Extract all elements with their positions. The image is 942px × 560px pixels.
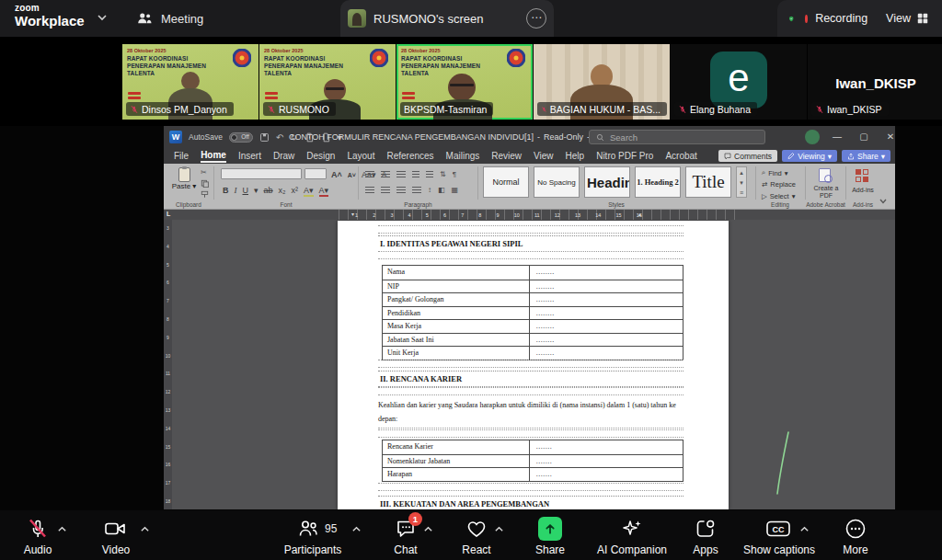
- grid-view-icon: [916, 12, 929, 25]
- chat-options-chevron-icon[interactable]: [423, 524, 433, 534]
- view-label: View: [886, 12, 911, 25]
- recording-label[interactable]: Recording: [815, 12, 867, 25]
- government-crest-icon: [507, 49, 525, 67]
- tab-mailings[interactable]: Mailings: [446, 151, 480, 161]
- save-icon[interactable]: [259, 132, 270, 143]
- search-input[interactable]: Search: [589, 130, 765, 144]
- comments-button[interactable]: Comments: [718, 150, 777, 162]
- tab-layout[interactable]: Layout: [347, 151, 374, 161]
- tab-acrobat[interactable]: Acrobat: [665, 151, 696, 161]
- undo-icon[interactable]: ↶: [276, 132, 283, 143]
- video-tile-bagian-hukum[interactable]: BAGIAN HUKUM - BAS...: [534, 44, 670, 120]
- highlight-color-button: A▾: [304, 186, 314, 197]
- share-button[interactable]: Share: [523, 543, 578, 556]
- tab-design[interactable]: Design: [306, 151, 335, 161]
- video-tile-dinsos[interactable]: 28 Oktober 2025 RAPAT KOORDINASIPENERAPA…: [122, 44, 258, 120]
- copy-icon[interactable]: [201, 179, 209, 188]
- react-options-chevron-icon[interactable]: [494, 524, 504, 534]
- style-title[interactable]: Title: [685, 166, 731, 198]
- security-shield-icon[interactable]: [788, 9, 794, 29]
- participants-icon[interactable]: [296, 518, 320, 540]
- collapse-ribbon-chevron-icon[interactable]: [879, 197, 888, 206]
- tab-meeting[interactable]: Meeting: [136, 0, 203, 37]
- ai-companion-sparkle-icon[interactable]: [620, 518, 644, 540]
- meeting-tab-label: Meeting: [161, 12, 203, 26]
- viewing-mode-button[interactable]: Viewing▾: [782, 150, 837, 162]
- video-tile-elang[interactable]: e Elang Buhana: [671, 44, 807, 120]
- video-camera-icon[interactable]: [103, 518, 127, 540]
- format-painter-icon[interactable]: [201, 190, 209, 199]
- cut-icon[interactable]: ✂: [201, 168, 209, 177]
- tab-references[interactable]: References: [386, 151, 433, 161]
- captions-options-chevron-icon[interactable]: [799, 524, 810, 534]
- video-tile-bkpsdm-active-speaker[interactable]: 28 Oktober 2025 RAPAT KOORDINASIPENERAPA…: [396, 44, 533, 120]
- video-options-chevron-icon[interactable]: [140, 524, 150, 534]
- tab-nitro-pdf[interactable]: Nitro PDF Pro: [596, 151, 653, 161]
- doc-paragraph: Keahlian dan karier yang Saudara harapka…: [378, 398, 684, 429]
- apps-icon[interactable]: [694, 518, 718, 540]
- share-screen-button-icon[interactable]: [538, 517, 562, 541]
- horizontal-ruler[interactable]: L 12345678910111213141516 ▾ ▴: [164, 210, 895, 220]
- doc-section-2-heading: II. RENCANA KARIER: [378, 371, 684, 387]
- vertical-ruler[interactable]: 3456789101112131415161718: [164, 220, 172, 509]
- tab-home[interactable]: Home: [201, 150, 226, 163]
- tab-draw[interactable]: Draw: [273, 151, 294, 161]
- font-name-dropdown[interactable]: [221, 168, 302, 179]
- react-heart-icon[interactable]: [465, 518, 488, 540]
- replace-button[interactable]: ⇄Replace: [762, 180, 796, 189]
- minimize-button[interactable]: —: [825, 126, 849, 148]
- paragraph-align-buttons[interactable]: ↕ ◧ ▦: [365, 186, 458, 194]
- video-tile-rusmono[interactable]: 28 Oktober 2025 RAPAT KOORDINASIPENERAPA…: [259, 44, 396, 120]
- increase-indent-icon: [426, 171, 433, 178]
- audio-options-chevron-icon[interactable]: [57, 524, 67, 534]
- create-pdf-button[interactable]: Create a PDF: [808, 185, 844, 200]
- tab-file[interactable]: File: [174, 151, 189, 161]
- bold-button: B: [223, 186, 229, 195]
- show-captions-button[interactable]: Show captions: [729, 543, 829, 556]
- annotation-pen-stroke: [773, 429, 795, 497]
- react-button[interactable]: React: [451, 543, 502, 556]
- tab-review[interactable]: Review: [491, 151, 522, 161]
- tab-help[interactable]: Help: [566, 151, 585, 161]
- tab-shared-screen[interactable]: RUSMONO's screen ⋯: [340, 0, 554, 37]
- indent-marker-right[interactable]: ▴: [638, 211, 641, 218]
- styles-gallery-scroll[interactable]: ▴▾≡: [736, 166, 747, 198]
- audio-button[interactable]: Audio: [7, 543, 68, 556]
- more-button[interactable]: More: [829, 543, 882, 556]
- more-ellipsis-icon[interactable]: [844, 518, 867, 540]
- apps-button[interactable]: Apps: [679, 543, 732, 556]
- tab-insert[interactable]: Insert: [238, 151, 261, 161]
- view-button[interactable]: View: [886, 12, 929, 25]
- autosave-toggle[interactable]: Off: [229, 132, 253, 143]
- closed-captions-icon[interactable]: CC: [764, 518, 792, 540]
- tab-view[interactable]: View: [534, 151, 554, 161]
- video-button[interactable]: Video: [86, 543, 146, 556]
- style-normal[interactable]: Normal: [483, 166, 529, 198]
- find-button[interactable]: ⌕Find▾: [762, 168, 788, 177]
- video-tile-iwan[interactable]: Iwan_DKISP Iwan_DKISP: [808, 44, 942, 120]
- font-size-dropdown[interactable]: [304, 168, 327, 179]
- tab-options-ellipsis-icon[interactable]: ⋯: [526, 8, 546, 29]
- share-document-button[interactable]: Share▾: [842, 150, 890, 162]
- chat-button[interactable]: Chat: [380, 543, 431, 556]
- paragraph-list-buttons[interactable]: ⇅ ¶: [365, 170, 456, 178]
- close-button[interactable]: ✕: [879, 126, 895, 148]
- participants-options-chevron-icon[interactable]: [351, 524, 362, 534]
- select-button[interactable]: ▷Select▾: [762, 192, 795, 200]
- account-avatar[interactable]: [805, 130, 820, 144]
- style-no-spacing[interactable]: No Spacing: [534, 166, 580, 198]
- indent-marker-left[interactable]: ▾: [351, 211, 354, 218]
- ai-companion-button[interactable]: AI Companion: [587, 543, 677, 556]
- paste-button[interactable]: Paste ▾: [171, 167, 197, 190]
- mic-muted-icon: [541, 105, 547, 114]
- search-icon: [596, 133, 604, 142]
- chevron-down-icon[interactable]: [96, 11, 109, 24]
- style-heading2[interactable]: 1. Heading 2: [635, 166, 681, 198]
- style-heading1[interactable]: Heading 1: [584, 166, 630, 198]
- font-format-buttons[interactable]: B I U ▾ ab x₂x² A▾ A▾: [223, 186, 328, 197]
- maximize-button[interactable]: ▢: [852, 126, 876, 148]
- tab-stop-indicator[interactable]: L: [167, 211, 170, 217]
- mic-muted-icon[interactable]: [27, 518, 49, 540]
- add-ins-button[interactable]: Add-ins: [846, 187, 879, 193]
- participants-button[interactable]: Participants: [267, 543, 359, 556]
